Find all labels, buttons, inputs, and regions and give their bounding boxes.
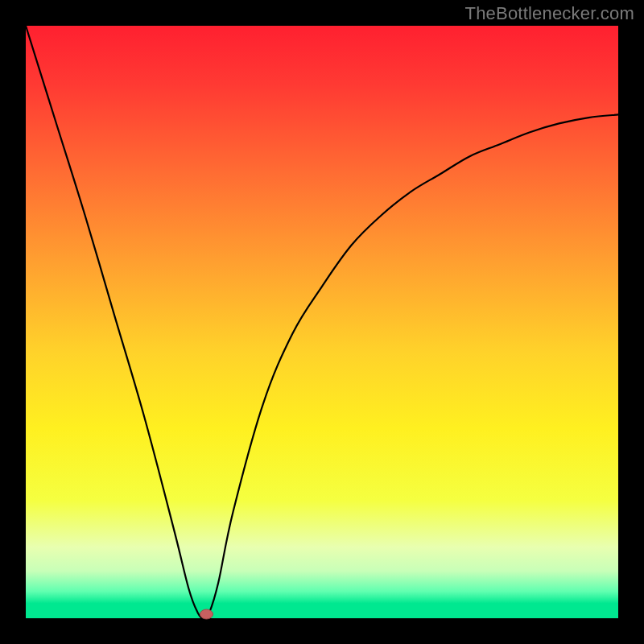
chart-svg bbox=[0, 0, 644, 644]
chart-plot-area bbox=[26, 26, 618, 618]
optimal-point-marker bbox=[200, 609, 213, 619]
watermark-text: TheBottlenecker.com bbox=[465, 3, 634, 24]
bottleneck-chart: TheBottlenecker.com bbox=[0, 0, 644, 644]
